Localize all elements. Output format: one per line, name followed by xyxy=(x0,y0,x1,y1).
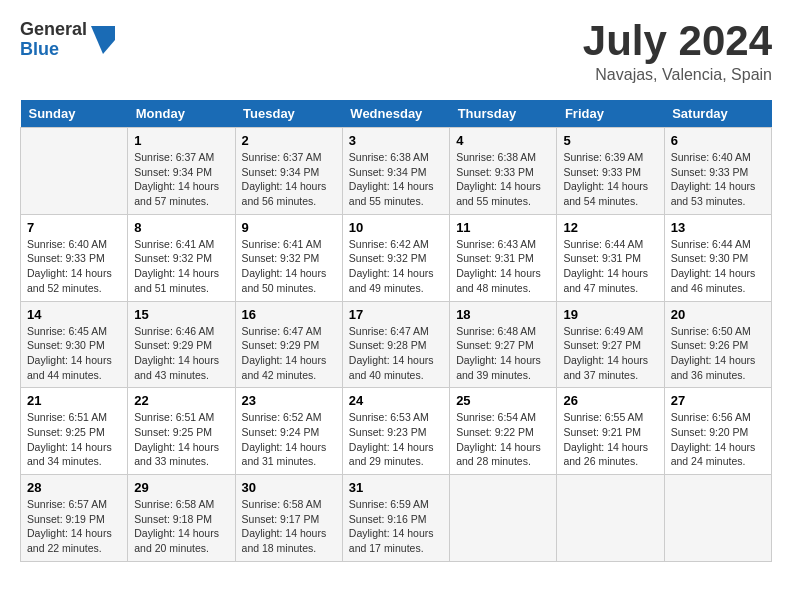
calendar-cell: 13 Sunrise: 6:44 AMSunset: 9:30 PMDaylig… xyxy=(664,214,771,301)
calendar-table: SundayMondayTuesdayWednesdayThursdayFrid… xyxy=(20,100,772,562)
calendar-cell xyxy=(557,475,664,562)
cell-info: Sunrise: 6:49 AMSunset: 9:27 PMDaylight:… xyxy=(563,325,648,381)
day-number: 9 xyxy=(242,220,336,235)
cell-info: Sunrise: 6:41 AMSunset: 9:32 PMDaylight:… xyxy=(242,238,327,294)
day-number: 27 xyxy=(671,393,765,408)
day-number: 25 xyxy=(456,393,550,408)
month-title: July 2024 xyxy=(583,20,772,62)
day-number: 14 xyxy=(27,307,121,322)
calendar-cell: 29 Sunrise: 6:58 AMSunset: 9:18 PMDaylig… xyxy=(128,475,235,562)
day-number: 21 xyxy=(27,393,121,408)
day-header-sunday: Sunday xyxy=(21,100,128,128)
day-number: 16 xyxy=(242,307,336,322)
calendar-cell: 30 Sunrise: 6:58 AMSunset: 9:17 PMDaylig… xyxy=(235,475,342,562)
cell-info: Sunrise: 6:44 AMSunset: 9:30 PMDaylight:… xyxy=(671,238,756,294)
cell-info: Sunrise: 6:54 AMSunset: 9:22 PMDaylight:… xyxy=(456,411,541,467)
calendar-cell: 27 Sunrise: 6:56 AMSunset: 9:20 PMDaylig… xyxy=(664,388,771,475)
day-number: 10 xyxy=(349,220,443,235)
calendar-cell: 17 Sunrise: 6:47 AMSunset: 9:28 PMDaylig… xyxy=(342,301,449,388)
calendar-cell: 9 Sunrise: 6:41 AMSunset: 9:32 PMDayligh… xyxy=(235,214,342,301)
day-number: 5 xyxy=(563,133,657,148)
day-number: 15 xyxy=(134,307,228,322)
calendar-cell: 10 Sunrise: 6:42 AMSunset: 9:32 PMDaylig… xyxy=(342,214,449,301)
calendar-cell: 7 Sunrise: 6:40 AMSunset: 9:33 PMDayligh… xyxy=(21,214,128,301)
calendar-cell: 18 Sunrise: 6:48 AMSunset: 9:27 PMDaylig… xyxy=(450,301,557,388)
cell-info: Sunrise: 6:58 AMSunset: 9:18 PMDaylight:… xyxy=(134,498,219,554)
cell-info: Sunrise: 6:43 AMSunset: 9:31 PMDaylight:… xyxy=(456,238,541,294)
day-header-monday: Monday xyxy=(128,100,235,128)
cell-info: Sunrise: 6:39 AMSunset: 9:33 PMDaylight:… xyxy=(563,151,648,207)
calendar-cell: 11 Sunrise: 6:43 AMSunset: 9:31 PMDaylig… xyxy=(450,214,557,301)
calendar-cell: 23 Sunrise: 6:52 AMSunset: 9:24 PMDaylig… xyxy=(235,388,342,475)
cell-info: Sunrise: 6:41 AMSunset: 9:32 PMDaylight:… xyxy=(134,238,219,294)
day-number: 12 xyxy=(563,220,657,235)
day-number: 17 xyxy=(349,307,443,322)
cell-info: Sunrise: 6:59 AMSunset: 9:16 PMDaylight:… xyxy=(349,498,434,554)
calendar-cell: 3 Sunrise: 6:38 AMSunset: 9:34 PMDayligh… xyxy=(342,128,449,215)
day-header-wednesday: Wednesday xyxy=(342,100,449,128)
day-number: 18 xyxy=(456,307,550,322)
day-number: 23 xyxy=(242,393,336,408)
cell-info: Sunrise: 6:53 AMSunset: 9:23 PMDaylight:… xyxy=(349,411,434,467)
day-number: 20 xyxy=(671,307,765,322)
calendar-cell: 31 Sunrise: 6:59 AMSunset: 9:16 PMDaylig… xyxy=(342,475,449,562)
day-number: 22 xyxy=(134,393,228,408)
cell-info: Sunrise: 6:42 AMSunset: 9:32 PMDaylight:… xyxy=(349,238,434,294)
cell-info: Sunrise: 6:40 AMSunset: 9:33 PMDaylight:… xyxy=(671,151,756,207)
logo-general: General xyxy=(20,20,87,40)
calendar-cell: 2 Sunrise: 6:37 AMSunset: 9:34 PMDayligh… xyxy=(235,128,342,215)
cell-info: Sunrise: 6:57 AMSunset: 9:19 PMDaylight:… xyxy=(27,498,112,554)
cell-info: Sunrise: 6:38 AMSunset: 9:33 PMDaylight:… xyxy=(456,151,541,207)
calendar-cell: 14 Sunrise: 6:45 AMSunset: 9:30 PMDaylig… xyxy=(21,301,128,388)
calendar-cell: 16 Sunrise: 6:47 AMSunset: 9:29 PMDaylig… xyxy=(235,301,342,388)
day-number: 7 xyxy=(27,220,121,235)
day-number: 3 xyxy=(349,133,443,148)
calendar-cell: 24 Sunrise: 6:53 AMSunset: 9:23 PMDaylig… xyxy=(342,388,449,475)
day-header-saturday: Saturday xyxy=(664,100,771,128)
calendar-cell: 1 Sunrise: 6:37 AMSunset: 9:34 PMDayligh… xyxy=(128,128,235,215)
calendar-cell: 6 Sunrise: 6:40 AMSunset: 9:33 PMDayligh… xyxy=(664,128,771,215)
cell-info: Sunrise: 6:48 AMSunset: 9:27 PMDaylight:… xyxy=(456,325,541,381)
day-number: 4 xyxy=(456,133,550,148)
cell-info: Sunrise: 6:40 AMSunset: 9:33 PMDaylight:… xyxy=(27,238,112,294)
calendar-cell: 12 Sunrise: 6:44 AMSunset: 9:31 PMDaylig… xyxy=(557,214,664,301)
day-number: 6 xyxy=(671,133,765,148)
cell-info: Sunrise: 6:52 AMSunset: 9:24 PMDaylight:… xyxy=(242,411,327,467)
day-number: 31 xyxy=(349,480,443,495)
cell-info: Sunrise: 6:46 AMSunset: 9:29 PMDaylight:… xyxy=(134,325,219,381)
calendar-week-5: 28 Sunrise: 6:57 AMSunset: 9:19 PMDaylig… xyxy=(21,475,772,562)
calendar-week-3: 14 Sunrise: 6:45 AMSunset: 9:30 PMDaylig… xyxy=(21,301,772,388)
svg-marker-0 xyxy=(91,26,115,54)
day-number: 24 xyxy=(349,393,443,408)
cell-info: Sunrise: 6:50 AMSunset: 9:26 PMDaylight:… xyxy=(671,325,756,381)
calendar-cell xyxy=(450,475,557,562)
calendar-cell: 21 Sunrise: 6:51 AMSunset: 9:25 PMDaylig… xyxy=(21,388,128,475)
calendar-cell: 4 Sunrise: 6:38 AMSunset: 9:33 PMDayligh… xyxy=(450,128,557,215)
cell-info: Sunrise: 6:55 AMSunset: 9:21 PMDaylight:… xyxy=(563,411,648,467)
logo-icon xyxy=(91,26,115,54)
calendar-cell: 28 Sunrise: 6:57 AMSunset: 9:19 PMDaylig… xyxy=(21,475,128,562)
logo: General Blue xyxy=(20,20,115,60)
calendar-cell xyxy=(21,128,128,215)
day-number: 8 xyxy=(134,220,228,235)
day-number: 11 xyxy=(456,220,550,235)
calendar-cell xyxy=(664,475,771,562)
cell-info: Sunrise: 6:37 AMSunset: 9:34 PMDaylight:… xyxy=(242,151,327,207)
day-number: 1 xyxy=(134,133,228,148)
day-header-friday: Friday xyxy=(557,100,664,128)
cell-info: Sunrise: 6:44 AMSunset: 9:31 PMDaylight:… xyxy=(563,238,648,294)
calendar-cell: 19 Sunrise: 6:49 AMSunset: 9:27 PMDaylig… xyxy=(557,301,664,388)
day-header-thursday: Thursday xyxy=(450,100,557,128)
calendar-week-4: 21 Sunrise: 6:51 AMSunset: 9:25 PMDaylig… xyxy=(21,388,772,475)
days-header-row: SundayMondayTuesdayWednesdayThursdayFrid… xyxy=(21,100,772,128)
calendar-cell: 8 Sunrise: 6:41 AMSunset: 9:32 PMDayligh… xyxy=(128,214,235,301)
calendar-cell: 22 Sunrise: 6:51 AMSunset: 9:25 PMDaylig… xyxy=(128,388,235,475)
page-header: General Blue July 2024 Navajas, Valencia… xyxy=(20,20,772,84)
calendar-week-1: 1 Sunrise: 6:37 AMSunset: 9:34 PMDayligh… xyxy=(21,128,772,215)
day-number: 2 xyxy=(242,133,336,148)
calendar-cell: 5 Sunrise: 6:39 AMSunset: 9:33 PMDayligh… xyxy=(557,128,664,215)
cell-info: Sunrise: 6:56 AMSunset: 9:20 PMDaylight:… xyxy=(671,411,756,467)
day-number: 28 xyxy=(27,480,121,495)
calendar-week-2: 7 Sunrise: 6:40 AMSunset: 9:33 PMDayligh… xyxy=(21,214,772,301)
cell-info: Sunrise: 6:51 AMSunset: 9:25 PMDaylight:… xyxy=(27,411,112,467)
